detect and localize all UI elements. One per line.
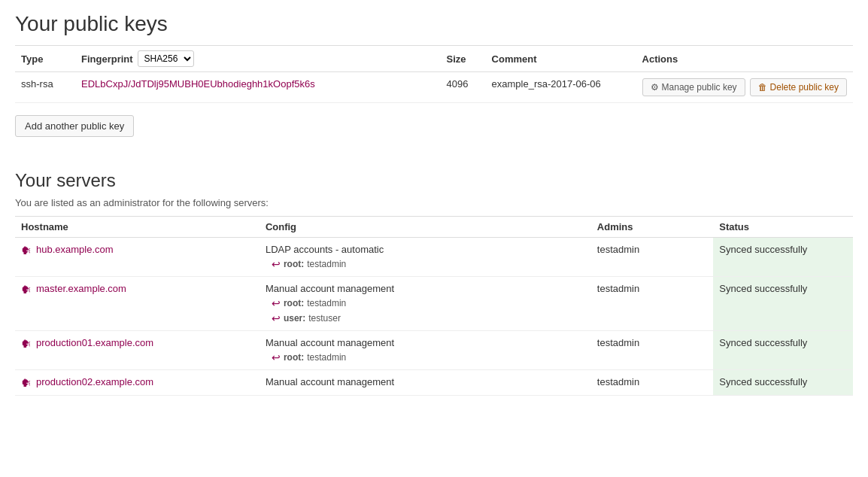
server-hostname-cell: 🗣 master.example.com <box>15 277 259 331</box>
col-header-size: Size <box>441 46 486 72</box>
config-main: LDAP accounts - automatic <box>266 244 585 255</box>
config-sub-item: ↩ user: testuser <box>266 312 585 324</box>
server-hostname-cell: 🗣 production01.example.com <box>15 331 259 370</box>
server-icon: 🗣 <box>21 245 32 257</box>
public-key-row: ssh-rsa EDLbCxpJ/JdTDlj95MUBH0EUbhodiegh… <box>15 72 853 103</box>
config-sub-item: ↩ root: testadmin <box>266 351 585 363</box>
key-size: 4096 <box>441 72 486 103</box>
servers-title: Your servers <box>15 170 853 191</box>
status-badge: Synced successfully <box>719 376 807 387</box>
server-admins-cell: testadmin <box>591 238 713 277</box>
add-public-key-button[interactable]: Add another public key <box>15 115 134 137</box>
col-header-comment: Comment <box>486 46 636 72</box>
server-hostname-link[interactable]: production02.example.com <box>36 376 153 387</box>
status-badge: Synced successfully <box>719 337 807 348</box>
fingerprint-link[interactable]: EDLbCxpJ/JdTDlj95MUBH0EUbhodieghh1kOopf5… <box>81 78 315 90</box>
key-fingerprint: EDLbCxpJ/JdTDlj95MUBH0EUbhodieghh1kOopf5… <box>75 72 441 103</box>
server-hostname-link[interactable]: hub.example.com <box>36 244 114 255</box>
fingerprint-label: Fingerprint <box>81 53 133 65</box>
trash-icon: 🗑 <box>758 82 767 93</box>
server-status-cell: Synced successfully <box>713 370 853 396</box>
server-icon: 🗣 <box>21 284 32 296</box>
server-admins-cell: testadmin <box>591 331 713 370</box>
manage-key-button[interactable]: ⚙ Manage public key <box>642 78 745 96</box>
server-config-cell: Manual account management <box>259 370 591 396</box>
col-header-hostname: Hostname <box>15 217 259 238</box>
server-status-cell: Synced successfully <box>713 238 853 277</box>
server-status-cell: Synced successfully <box>713 331 853 370</box>
config-main: Manual account management <box>266 376 585 387</box>
fingerprint-hash-select[interactable]: SHA256 MD5 <box>138 50 194 67</box>
config-user: testuser <box>308 313 341 324</box>
public-keys-table: Type Fingerprint SHA256 MD5 Size Comment… <box>15 45 853 103</box>
config-user: testadmin <box>307 259 346 269</box>
arrow-icon: ↩ <box>272 351 281 363</box>
server-row: 🗣 production01.example.com Manual accoun… <box>15 331 853 370</box>
config-sub-item: ↩ root: testadmin <box>266 258 585 270</box>
server-hostname-link[interactable]: production01.example.com <box>36 337 153 348</box>
config-sub-item: ↩ root: testadmin <box>266 297 585 309</box>
arrow-icon: ↩ <box>272 312 281 324</box>
server-icon: 🗣 <box>21 377 32 389</box>
server-row: 🗣 hub.example.com LDAP accounts - automa… <box>15 238 853 277</box>
server-row: 🗣 master.example.com Manual account mana… <box>15 277 853 331</box>
config-role: root: <box>284 259 304 269</box>
status-badge: Synced successfully <box>719 283 807 294</box>
arrow-icon: ↩ <box>272 297 281 309</box>
config-role: user: <box>284 313 305 324</box>
servers-subtitle: You are listed as an administrator for t… <box>15 197 853 208</box>
col-header-status: Status <box>713 217 853 238</box>
key-comment: example_rsa-2017-06-06 <box>486 72 636 103</box>
config-user: testadmin <box>307 352 346 363</box>
server-row: 🗣 production02.example.com Manual accoun… <box>15 370 853 396</box>
server-admins-cell: testadmin <box>591 370 713 396</box>
delete-key-button[interactable]: 🗑 Delete public key <box>750 78 847 96</box>
server-config-cell: LDAP accounts - automatic ↩ root: testad… <box>259 238 591 277</box>
manage-key-label: Manage public key <box>662 82 737 93</box>
servers-table: Hostname Config Admins Status 🗣 hub.exam… <box>15 216 853 396</box>
server-icon: 🗣 <box>21 338 32 350</box>
config-role: root: <box>284 298 304 308</box>
server-hostname-link[interactable]: master.example.com <box>36 283 126 294</box>
col-header-type: Type <box>15 46 75 72</box>
gear-icon: ⚙ <box>651 82 659 93</box>
server-hostname-cell: 🗣 production02.example.com <box>15 370 259 396</box>
config-role: root: <box>284 352 304 363</box>
server-config-cell: Manual account management ↩ root: testad… <box>259 277 591 331</box>
config-main: Manual account management <box>266 337 585 348</box>
delete-key-label: Delete public key <box>770 82 839 93</box>
config-user: testadmin <box>307 298 346 308</box>
server-config-cell: Manual account management ↩ root: testad… <box>259 331 591 370</box>
arrow-icon: ↩ <box>272 258 281 270</box>
col-header-actions: Actions <box>636 46 853 72</box>
key-actions: ⚙ Manage public key 🗑 Delete public key <box>636 72 853 103</box>
status-badge: Synced successfully <box>719 244 807 255</box>
public-keys-title: Your public keys <box>15 12 853 36</box>
server-hostname-cell: 🗣 hub.example.com <box>15 238 259 277</box>
server-admins-cell: testadmin <box>591 277 713 331</box>
server-status-cell: Synced successfully <box>713 277 853 331</box>
config-main: Manual account management <box>266 283 585 294</box>
col-header-config: Config <box>259 217 591 238</box>
col-header-fingerprint: Fingerprint SHA256 MD5 <box>75 46 441 72</box>
col-header-admins: Admins <box>591 217 713 238</box>
key-type: ssh-rsa <box>15 72 75 103</box>
